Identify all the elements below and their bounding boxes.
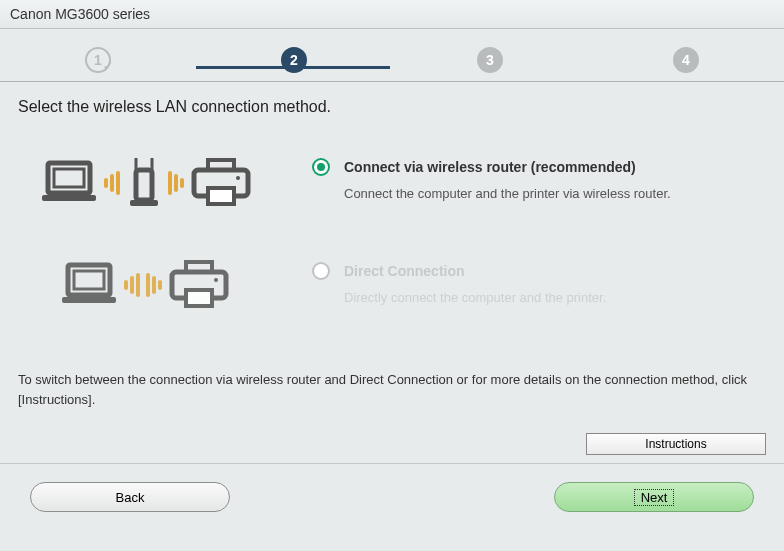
svg-point-16 <box>214 278 218 282</box>
svg-rect-12 <box>74 271 104 289</box>
svg-rect-13 <box>62 297 116 303</box>
direct-option-graphic <box>40 260 290 310</box>
svg-rect-6 <box>130 200 158 206</box>
option-title: Direct Connection <box>344 263 465 279</box>
router-option-graphic <box>40 156 290 210</box>
footer-nav: Back Next <box>0 463 784 526</box>
svg-rect-5 <box>136 170 152 200</box>
instructions-button[interactable]: Instructions <box>586 433 766 455</box>
radio-wireless-router[interactable] <box>312 158 330 176</box>
window-title: Canon MG3600 series <box>10 6 150 22</box>
wifi-icon <box>146 273 162 297</box>
svg-rect-1 <box>54 169 84 187</box>
option-title: Connect via wireless router (recommended… <box>344 159 636 175</box>
page-heading: Select the wireless LAN connection metho… <box>0 82 784 116</box>
printer-icon <box>190 158 252 208</box>
window-titlebar: Canon MG3600 series <box>0 0 784 29</box>
radio-direct-connection <box>312 262 330 280</box>
step-2: 2 <box>281 47 307 73</box>
wifi-icon <box>104 171 120 195</box>
svg-rect-2 <box>42 195 96 201</box>
laptop-icon <box>40 159 98 207</box>
connection-options: Connect via wireless router (recommended… <box>0 116 784 370</box>
option-description: Connect the computer and the printer via… <box>312 186 754 201</box>
wifi-icon <box>124 273 140 297</box>
step-4: 4 <box>673 47 699 73</box>
svg-point-9 <box>236 176 240 180</box>
step-3: 3 <box>477 47 503 73</box>
option-direct-connection: Direct Connection Directly connect the c… <box>40 260 754 310</box>
laptop-icon <box>60 261 118 309</box>
step-indicator: 1 2 3 4 <box>0 29 784 82</box>
step-1: 1 <box>85 47 111 73</box>
back-button[interactable]: Back <box>30 482 230 512</box>
svg-rect-17 <box>186 290 212 306</box>
option-description: Directly connect the computer and the pr… <box>312 290 754 305</box>
router-icon <box>126 156 162 210</box>
option-wireless-router[interactable]: Connect via wireless router (recommended… <box>40 156 754 210</box>
instruction-hint: To switch between the connection via wir… <box>0 370 784 409</box>
next-button-label: Next <box>634 489 675 506</box>
wifi-icon <box>168 171 184 195</box>
printer-icon <box>168 260 230 310</box>
active-step-underline <box>196 66 390 69</box>
next-button[interactable]: Next <box>554 482 754 512</box>
svg-rect-10 <box>208 188 234 204</box>
